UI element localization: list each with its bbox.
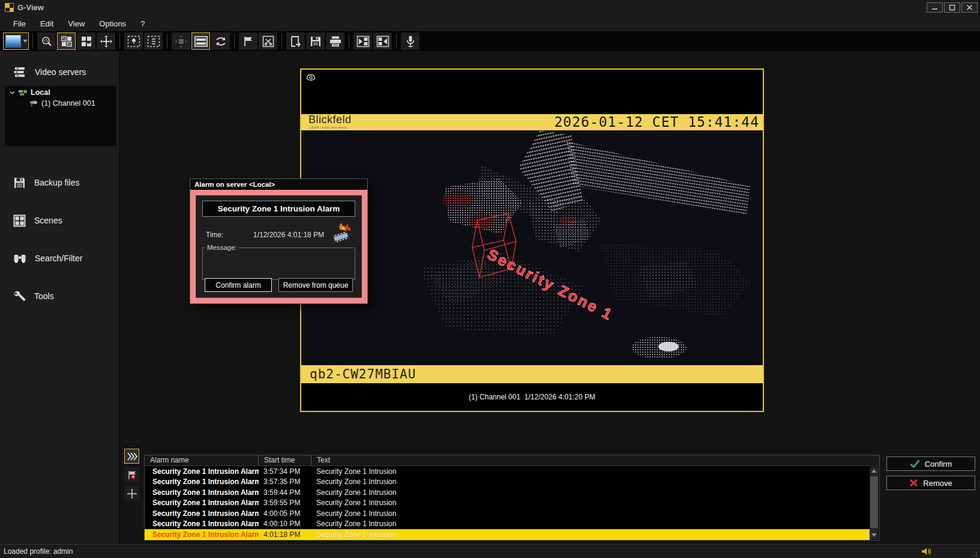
menu-file[interactable]: File xyxy=(6,17,33,30)
alarm-table-row[interactable]: Security Zone 1 Intrusion Alarm 4:01:18 … xyxy=(145,529,870,540)
resize-grip[interactable] xyxy=(973,551,979,557)
camera-icon xyxy=(29,100,38,107)
fast-forward-button[interactable] xyxy=(124,449,139,464)
print-icon xyxy=(329,35,342,47)
export-page-button[interactable] xyxy=(286,32,305,50)
confirm-button[interactable]: Confirm xyxy=(886,456,975,471)
menu-edit[interactable]: Edit xyxy=(33,17,61,30)
display-mode-button[interactable] xyxy=(3,32,29,50)
sidebar-item-label: Video servers xyxy=(35,67,86,77)
video-panel-channel-001[interactable]: Blickfeld LiDAR / scan your world 2026-0… xyxy=(300,68,764,412)
swap-views-button[interactable] xyxy=(211,32,230,50)
column-header-alarm-name[interactable]: Alarm name xyxy=(145,455,259,466)
maximize-button[interactable] xyxy=(944,2,960,13)
alarm-table-scrollbar[interactable] xyxy=(870,467,879,539)
sidebar-item-label: Backup files xyxy=(34,178,79,187)
selection-box-button[interactable] xyxy=(144,32,163,50)
lidar-point-cloud-view: Security Zone 1 xyxy=(301,130,763,365)
menu-help[interactable]: ? xyxy=(133,17,152,30)
alarm-table-row[interactable]: Security Zone 1 Intrusion Alarm 3:59:44 … xyxy=(145,487,870,498)
export-page-icon xyxy=(289,35,302,47)
status-bar: Loaded profile: admin xyxy=(0,544,980,558)
blickfeld-tagline: LiDAR / scan your world xyxy=(309,126,347,129)
flag-button[interactable] xyxy=(239,32,257,50)
grid-cursor-button[interactable] xyxy=(77,32,95,50)
alarm-table-row[interactable]: Security Zone 1 Intrusion Alarm 4:00:10 … xyxy=(145,519,870,530)
sidebar-item-video-servers[interactable]: Video servers xyxy=(0,62,119,82)
pan-center-icon xyxy=(175,35,188,48)
remove-button[interactable]: Remove xyxy=(886,476,975,490)
toolbar-separator xyxy=(119,34,120,49)
toolbar-separator xyxy=(32,34,33,49)
alarm-table-frame: Alarm name Start time Text Security Zone… xyxy=(144,455,880,541)
pan-move-button[interactable] xyxy=(97,32,115,50)
grid-select-icon xyxy=(61,35,73,47)
alarm-row-name: Security Zone 1 Intrusion Alarm xyxy=(152,530,259,539)
sidebar-item-scenes[interactable]: Scenes xyxy=(0,210,119,231)
server-tree: Local (1) Channel 001 xyxy=(5,86,116,146)
panel-prev-icon xyxy=(356,35,370,47)
confirm-alarm-button[interactable]: Confirm alarm xyxy=(205,278,272,292)
alarm-actions: Confirm Remove xyxy=(886,456,975,490)
speaker-icon[interactable] xyxy=(921,547,933,556)
print-button[interactable] xyxy=(326,32,344,50)
message-value[interactable] xyxy=(203,251,355,273)
alarm-dialog-title[interactable]: Alarm on server <Local> xyxy=(190,179,367,190)
tree-node-label: Local xyxy=(31,88,50,97)
alarm-table-row[interactable]: Security Zone 1 Intrusion Alarm 3:57:34 … xyxy=(145,466,870,477)
sidebar-item-backup-files[interactable]: Backup files xyxy=(0,172,119,193)
tree-node-label: (1) Channel 001 xyxy=(41,99,95,108)
sidebar-item-search-filter[interactable]: Search/Filter xyxy=(0,248,119,268)
alarm-table-header: Alarm name Start time Text xyxy=(145,455,879,466)
alarm-table-row[interactable]: Security Zone 1 Intrusion Alarm 3:59:55 … xyxy=(145,498,870,509)
split-horizontal-button[interactable] xyxy=(191,32,210,50)
snapshot-scissors-button[interactable] xyxy=(259,32,277,50)
tree-node-channel[interactable]: (1) Channel 001 xyxy=(5,97,116,108)
save-button[interactable] xyxy=(306,32,325,50)
scroll-down-icon[interactable] xyxy=(870,531,879,539)
scroll-up-icon[interactable] xyxy=(870,467,879,475)
alarm-video-fire-icon xyxy=(330,221,353,243)
backup-files-icon xyxy=(13,177,26,189)
column-header-start-time[interactable]: Start time xyxy=(259,455,311,466)
video-bottom-letterbox: (1) Channel 001 1/12/2026 4:01:20 PM xyxy=(301,383,763,411)
alarm-row-time: 3:59:44 PM xyxy=(259,488,311,497)
panel-prev-button[interactable] xyxy=(353,32,372,50)
toolbar-separator xyxy=(234,34,235,49)
split-horizontal-icon xyxy=(194,36,208,47)
zoom-icon xyxy=(41,35,53,47)
close-button[interactable] xyxy=(961,2,978,13)
alarm-row-name: Security Zone 1 Intrusion Alarm xyxy=(152,499,259,507)
alarm-table-row[interactable]: Security Zone 1 Intrusion Alarm 4:00:05 … xyxy=(145,508,870,519)
scrollbar-thumb[interactable] xyxy=(870,476,878,528)
alarm-row-text: Security Zone 1 Intrusion xyxy=(311,499,870,507)
menu-view[interactable]: View xyxy=(61,17,92,30)
column-header-text[interactable]: Text xyxy=(311,455,859,466)
sidebar-item-tools[interactable]: Tools xyxy=(0,286,119,306)
detach-move-button[interactable] xyxy=(124,486,139,501)
tree-node-local[interactable]: Local xyxy=(5,86,116,97)
alarm-selection-button[interactable] xyxy=(124,32,143,50)
zoom-button[interactable] xyxy=(37,32,56,50)
channel-caption: (1) Channel 001 1/12/2026 4:01:20 PM xyxy=(301,393,763,401)
minimize-button[interactable] xyxy=(927,2,943,13)
move-cross-icon xyxy=(127,488,137,499)
menu-options[interactable]: Options xyxy=(92,17,133,30)
alarm-table-row[interactable]: Security Zone 1 Intrusion Alarm 3:57:35 … xyxy=(145,477,870,488)
chevron-expanded-icon xyxy=(10,91,15,95)
grid-cursor-icon xyxy=(80,35,92,47)
panel-next-icon xyxy=(376,35,389,47)
alarm-flag-button[interactable] xyxy=(124,467,139,482)
alarm-flag-icon xyxy=(127,470,137,480)
alarm-panel-toolbar xyxy=(124,449,139,501)
grid-select-button[interactable] xyxy=(57,32,76,50)
remove-from-queue-button[interactable]: Remove from queue xyxy=(278,278,353,292)
message-label: Message: xyxy=(205,244,239,251)
panel-next-button[interactable] xyxy=(373,32,392,50)
microphone-button[interactable] xyxy=(401,32,419,50)
x-icon xyxy=(909,479,918,487)
pan-center-button[interactable] xyxy=(172,32,190,50)
remove-button-label: Remove xyxy=(923,479,952,488)
sidebar-item-label: Scenes xyxy=(34,216,62,225)
message-fieldset: Message: xyxy=(202,244,355,280)
